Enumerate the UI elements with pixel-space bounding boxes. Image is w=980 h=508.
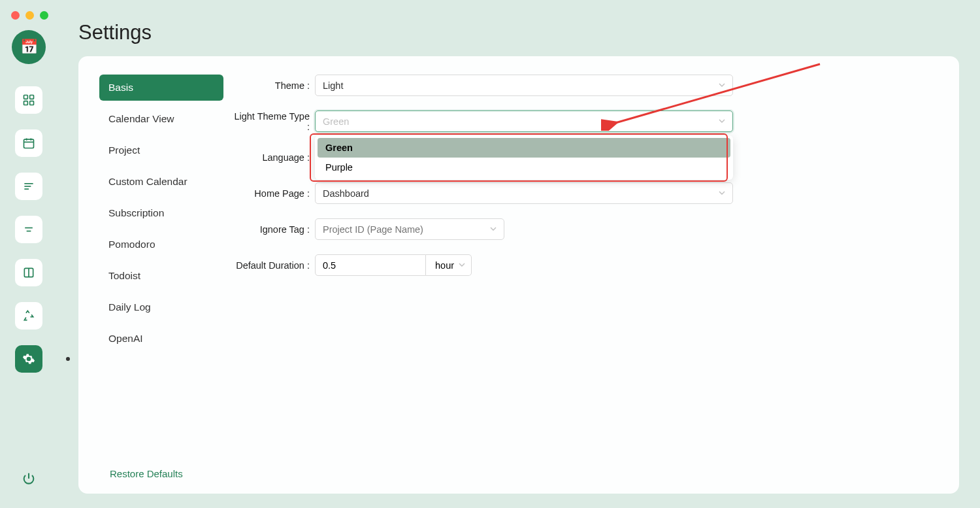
- filter-icon: [22, 223, 35, 236]
- tab-openai[interactable]: OpenAI: [99, 326, 223, 352]
- theme-label: Theme :: [230, 80, 315, 91]
- minimize-window-button[interactable]: [25, 11, 34, 20]
- settings-tabs: Basis Calendar View Project Custom Calen…: [99, 75, 223, 479]
- tab-pomodoro[interactable]: Pomodoro: [99, 231, 223, 258]
- ignore-tag-input[interactable]: [323, 224, 484, 235]
- tab-calendar-view[interactable]: Calendar View: [99, 106, 223, 132]
- theme-value: Light: [323, 80, 343, 91]
- page-title: Settings: [57, 0, 980, 56]
- nav-list[interactable]: [15, 173, 42, 200]
- dropdown-option-green[interactable]: Green: [318, 138, 730, 158]
- dropdown-option-purple[interactable]: Purple: [318, 158, 730, 177]
- main-content: Settings Basis Calendar View Project Cus…: [57, 0, 980, 508]
- columns-icon: [22, 266, 35, 279]
- tab-todoist[interactable]: Todoist: [99, 263, 223, 289]
- nav-settings[interactable]: [15, 345, 42, 373]
- light-theme-type-dropdown: Green Purple: [315, 135, 733, 180]
- chevron-down-icon: [718, 116, 726, 127]
- recycle-icon: [22, 309, 35, 322]
- nav-recycle[interactable]: [15, 302, 42, 330]
- svg-rect-0: [24, 95, 28, 99]
- home-page-value: Dashboard: [323, 188, 369, 199]
- light-theme-type-value: Green: [323, 116, 349, 127]
- nav-dashboard[interactable]: [15, 86, 42, 114]
- tab-subscription[interactable]: Subscription: [99, 200, 223, 226]
- duration-unit-select[interactable]: hour: [426, 254, 472, 276]
- list-left-icon: [22, 180, 35, 193]
- maximize-window-button[interactable]: [40, 11, 48, 20]
- language-label: Language :: [230, 152, 315, 163]
- nav-filter[interactable]: [15, 216, 42, 243]
- home-page-select[interactable]: Dashboard: [315, 182, 733, 204]
- svg-rect-4: [24, 139, 34, 148]
- chevron-down-icon: [718, 188, 726, 199]
- home-page-label: Home Page :: [230, 188, 315, 199]
- chevron-down-icon: [489, 224, 497, 235]
- chevron-down-icon: [718, 80, 726, 91]
- app-sidebar: 📅: [0, 0, 57, 508]
- settings-panel: Basis Calendar View Project Custom Calen…: [78, 56, 959, 494]
- ignore-tag-select[interactable]: [315, 218, 504, 240]
- nav-split[interactable]: [15, 259, 42, 286]
- close-window-button[interactable]: [11, 11, 20, 20]
- settings-form: Theme : Light Light Theme Type : Green G…: [230, 75, 938, 479]
- ignore-tag-label: Ignore Tag :: [230, 224, 315, 235]
- light-theme-type-select[interactable]: Green: [315, 110, 733, 132]
- duration-unit-value: hour: [435, 260, 454, 271]
- power-icon: [22, 471, 36, 486]
- gear-icon: [22, 352, 35, 365]
- calendar-icon: [22, 137, 35, 150]
- svg-rect-3: [30, 101, 34, 105]
- nav-calendar[interactable]: [15, 129, 42, 157]
- light-theme-type-label: Light Theme Type :: [230, 111, 315, 132]
- power-button[interactable]: [15, 465, 42, 492]
- window-traffic-lights: [11, 11, 48, 20]
- theme-select[interactable]: Light: [315, 75, 733, 96]
- chevron-down-icon: [458, 260, 466, 271]
- tab-custom-calendar[interactable]: Custom Calendar: [99, 169, 223, 195]
- svg-rect-1: [30, 95, 34, 99]
- calendar-icon: 📅: [20, 38, 38, 56]
- app-logo[interactable]: 📅: [12, 30, 46, 64]
- default-duration-label: Default Duration :: [230, 260, 315, 271]
- grid-icon: [22, 93, 35, 107]
- tab-basis[interactable]: Basis: [99, 75, 223, 101]
- default-duration-input[interactable]: [315, 254, 426, 276]
- restore-defaults-link[interactable]: Restore Defaults: [99, 464, 223, 479]
- svg-rect-2: [24, 101, 28, 105]
- tab-project[interactable]: Project: [99, 137, 223, 163]
- tab-daily-log[interactable]: Daily Log: [99, 294, 223, 320]
